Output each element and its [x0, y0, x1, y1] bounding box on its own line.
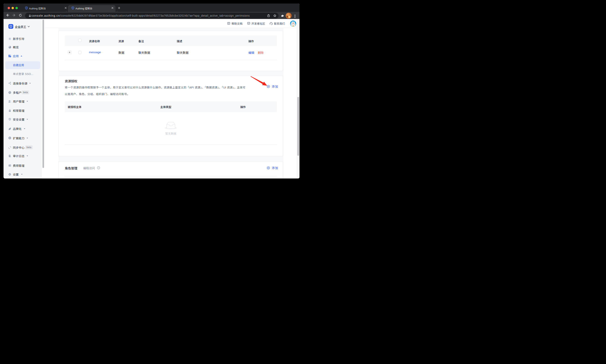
svg-text:A: A: [9, 137, 11, 139]
svg-text:?: ?: [98, 167, 99, 169]
